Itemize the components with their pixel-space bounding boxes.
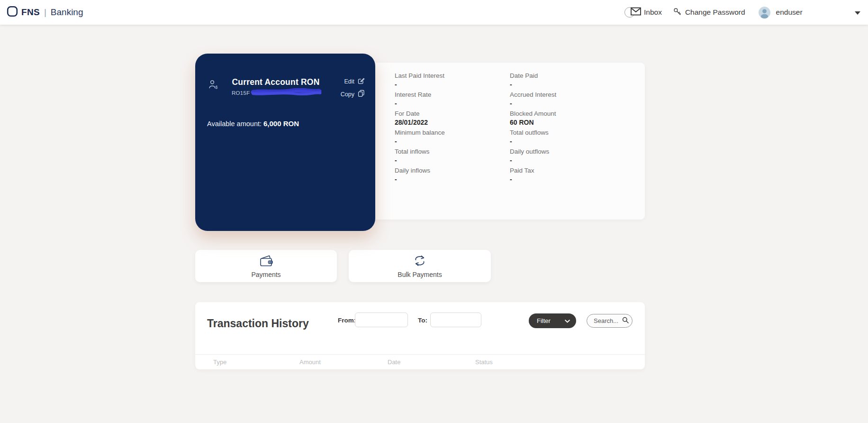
detail-value: - <box>510 156 652 165</box>
search-icon <box>622 317 629 325</box>
detail-label: Daily inflows <box>395 167 510 175</box>
detail-item: Total outflows - <box>510 129 652 146</box>
search-input[interactable] <box>593 317 622 325</box>
copy-icon <box>358 90 365 99</box>
fns-logo-icon <box>7 6 18 19</box>
change-password-label: Change Password <box>685 8 745 17</box>
bulk-payments-label: Bulk Payments <box>398 271 442 278</box>
transaction-history-title: Transaction History <box>207 317 309 330</box>
bulk-payments-card[interactable]: Bulk Payments <box>349 250 491 282</box>
header-dropdown-caret-icon[interactable] <box>855 11 860 15</box>
account-summary-card: $ Current Account RON RO15F Edit <box>195 54 375 231</box>
detail-label: Accrued Interest <box>510 91 652 99</box>
column-header-date: Date <box>388 355 400 370</box>
detail-value: - <box>395 100 510 108</box>
brand-product: Banking <box>51 7 83 18</box>
detail-label: For Date <box>395 110 510 118</box>
detail-value: 60 RON <box>510 119 652 127</box>
inbox-label: Inbox <box>644 8 662 17</box>
detail-label: Total outflows <box>510 129 652 137</box>
available-amount-label: Available amount: <box>207 120 262 128</box>
detail-item: Accrued Interest - <box>510 91 652 108</box>
available-amount: Available amount:6,000 RON <box>207 120 299 128</box>
transactions-table-header: Type Amount Date Status <box>195 354 645 370</box>
detail-item: Total inflows - <box>395 148 510 165</box>
envelope-icon <box>631 7 641 18</box>
banking-dashboard-page: FNS | Banking Inbox <box>0 0 868 423</box>
detail-item: Blocked Amount 60 RON <box>510 110 652 127</box>
edit-pencil-icon <box>358 77 365 86</box>
detail-value: - <box>395 175 510 184</box>
brand-logo: FNS | Banking <box>7 0 83 25</box>
edit-label: Edit <box>344 78 354 85</box>
detail-label: Total inflows <box>395 148 510 156</box>
to-label: To: <box>418 317 427 324</box>
chevron-down-icon <box>565 317 570 324</box>
filter-label: Filter <box>537 317 551 324</box>
detail-value: - <box>395 138 510 146</box>
detail-value: - <box>510 175 652 184</box>
inbox-button[interactable]: Inbox <box>624 7 662 18</box>
header-actions: Inbox Change Password <box>624 0 803 25</box>
detail-item: Date Paid - <box>510 72 652 89</box>
detail-label: Minimum balance <box>395 129 510 137</box>
filter-dropdown-button[interactable]: Filter <box>529 313 576 328</box>
detail-label: Last Paid Interest <box>395 72 510 80</box>
detail-label: Paid Tax <box>510 167 652 175</box>
user-menu[interactable]: enduser <box>759 7 803 18</box>
account-number-redaction-scribble <box>250 88 321 98</box>
brand-separator: | <box>44 7 46 18</box>
swap-arrows-icon <box>413 254 427 269</box>
column-header-amount: Amount <box>299 355 321 370</box>
change-password-button[interactable]: Change Password <box>673 8 745 18</box>
detail-item: Daily outflows - <box>510 148 652 165</box>
svg-text:$: $ <box>216 85 218 90</box>
detail-label: Date Paid <box>510 72 652 80</box>
to-date-input[interactable] <box>430 313 481 327</box>
detail-item: Daily inflows - <box>395 167 510 184</box>
column-header-status: Status <box>475 355 493 370</box>
account-user-dollar-icon: $ <box>208 79 219 92</box>
avatar <box>759 7 770 18</box>
available-amount-value: 6,000 RON <box>263 120 299 128</box>
account-details-grid: Last Paid Interest - Date Paid - Interes… <box>395 72 652 184</box>
detail-value: - <box>510 81 652 89</box>
edit-account-button[interactable]: Edit <box>344 77 365 86</box>
detail-value: - <box>395 156 510 165</box>
account-number-row: RO15F <box>232 89 322 97</box>
payments-card[interactable]: Payments <box>195 250 337 282</box>
account-title: Current Account RON <box>224 77 328 87</box>
key-icon <box>673 8 681 18</box>
column-header-type: Type <box>213 355 226 370</box>
transaction-history-card: Transaction History From: To: Filter <box>195 302 645 369</box>
detail-value: - <box>510 100 652 108</box>
detail-label: Daily outflows <box>510 148 652 156</box>
payments-label: Payments <box>251 271 280 278</box>
detail-item: For Date 28/01/2022 <box>395 110 510 127</box>
account-number-prefix: RO15F <box>232 90 250 96</box>
detail-value: 28/01/2022 <box>395 119 510 127</box>
search-box <box>587 314 633 328</box>
detail-value: - <box>395 81 510 89</box>
top-header: FNS | Banking Inbox <box>0 0 868 25</box>
detail-item: Interest Rate - <box>395 91 510 108</box>
detail-item: Last Paid Interest - <box>395 72 510 89</box>
wallet-icon <box>259 254 274 269</box>
from-label: From: <box>338 317 356 324</box>
detail-label: Interest Rate <box>395 91 510 99</box>
from-date-input[interactable] <box>355 313 408 327</box>
brand-name: FNS <box>21 7 40 18</box>
copy-account-number-button[interactable]: Copy <box>341 90 365 99</box>
copy-label: Copy <box>341 91 354 98</box>
detail-item: Minimum balance - <box>395 129 510 146</box>
detail-item: Paid Tax - <box>510 167 652 184</box>
detail-label: Blocked Amount <box>510 110 652 118</box>
username-label: enduser <box>776 8 803 17</box>
detail-value: - <box>510 138 652 146</box>
